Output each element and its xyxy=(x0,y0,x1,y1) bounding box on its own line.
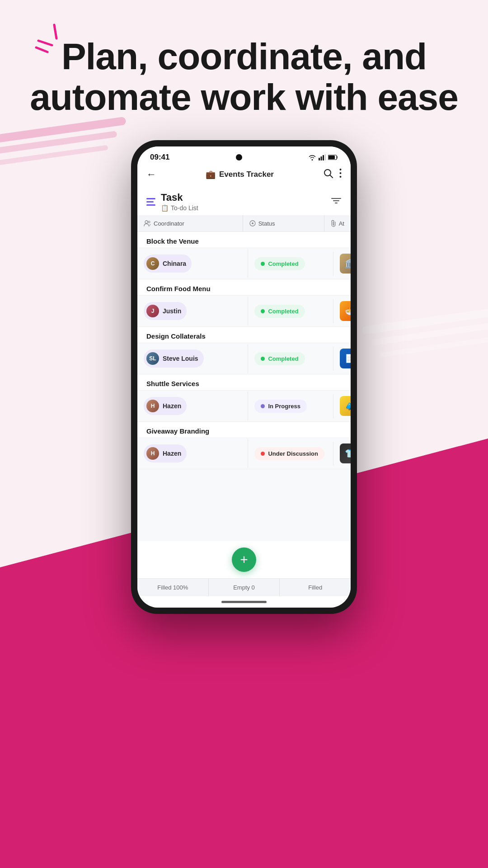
table-row[interactable]: C Chinara Completed xyxy=(137,248,351,279)
svg-point-20 xyxy=(252,222,253,224)
status-badge-5: Under Discussion xyxy=(254,447,324,460)
task-subtitle: 📋 To-do List xyxy=(161,204,198,212)
coordinator-cell-3: SL Steve Louis xyxy=(137,344,248,373)
task-subtitle-text: To-do List xyxy=(171,204,198,212)
task-group-name-5: Giveaway Branding xyxy=(137,422,351,438)
task-group-1: Block the Venue C Chinara xyxy=(137,232,351,279)
phone-mockup: 09:41 xyxy=(131,140,357,614)
camera-notch xyxy=(236,154,242,160)
task-list: Block the Venue C Chinara xyxy=(137,232,351,541)
footer-stat-text-2: Empty 0 xyxy=(233,584,255,591)
svg-line-10 xyxy=(330,175,333,178)
attach-icon xyxy=(331,220,336,227)
coordinator-name-1: Chinara xyxy=(163,260,186,267)
attach-cell-1: 🏛️ xyxy=(333,248,351,279)
avatar-3: SL xyxy=(146,352,159,365)
phone-frame: 09:41 xyxy=(131,140,357,614)
status-badge-4: In Progress xyxy=(254,400,307,413)
svg-rect-4 xyxy=(320,156,322,160)
coordinator-chip-1: C Chinara xyxy=(144,255,192,273)
status-text-4: In Progress xyxy=(268,403,300,410)
task-header: Task 📋 To-do List xyxy=(137,185,351,215)
nav-title-text: Events Tracker xyxy=(219,170,274,179)
task-group-name-3: Design Collaterals xyxy=(137,327,351,343)
status-badge-3: Completed xyxy=(254,352,305,365)
add-task-button[interactable]: + xyxy=(232,547,256,572)
footer-stats: Filled 100% Empty 0 Filled xyxy=(137,578,351,596)
search-button[interactable] xyxy=(323,168,333,181)
coordinator-cell-1: C Chinara xyxy=(137,249,248,278)
design-thumb: 📄 xyxy=(340,349,351,368)
attach-cell-4: 🧳 xyxy=(333,391,351,421)
coordinator-chip-5: H Hazen xyxy=(144,444,187,462)
list-icon: 📋 xyxy=(161,204,169,212)
nav-actions xyxy=(323,168,342,181)
table-row[interactable]: SL Steve Louis Completed xyxy=(137,343,351,374)
task-group-4: Shuttle Services H Hazen xyxy=(137,374,351,422)
table-row[interactable]: J Justin Completed xyxy=(137,295,351,326)
attachment-4: 🧳 xyxy=(340,396,351,416)
more-options-button[interactable] xyxy=(339,168,342,181)
svg-rect-5 xyxy=(323,155,324,160)
attachment-1: 🏛️ xyxy=(340,254,351,274)
task-title-group: Task 📋 To-do List xyxy=(161,192,198,212)
status-dot-3 xyxy=(261,357,265,361)
status-col-header: Status xyxy=(243,215,324,231)
coordinator-col-label: Coordinator xyxy=(154,220,184,227)
shirt-thumb: 👕 xyxy=(340,443,351,463)
avatar-1: C xyxy=(146,257,159,270)
attach-cell-2: 🍜 xyxy=(333,296,351,326)
svg-rect-8 xyxy=(328,156,335,159)
shuttle-thumb: 🧳 xyxy=(340,396,351,416)
task-group-5: Giveaway Branding H Hazen xyxy=(137,422,351,469)
task-group-name-4: Shuttle Services xyxy=(137,374,351,390)
fab-container: + xyxy=(137,541,351,578)
nav-title: 💼 Events Tracker xyxy=(206,170,274,179)
status-icons xyxy=(308,154,338,160)
status-badge-2: Completed xyxy=(254,305,305,318)
status-dot-2 xyxy=(261,309,265,313)
status-badge-1: Completed xyxy=(254,257,305,270)
coordinator-cell-2: J Justin xyxy=(137,297,248,326)
status-dot-5 xyxy=(261,452,265,456)
svg-rect-3 xyxy=(319,158,320,160)
back-button[interactable]: ← xyxy=(146,169,156,180)
task-group-3: Design Collaterals SL Steve Louis xyxy=(137,327,351,374)
attach-col-header: At xyxy=(324,215,351,231)
phone-screen: 09:41 xyxy=(137,146,351,608)
avatar-4: H xyxy=(146,400,159,412)
status-dot-1 xyxy=(261,262,265,266)
svg-rect-6 xyxy=(324,154,326,160)
status-text-3: Completed xyxy=(268,355,298,362)
status-text-1: Completed xyxy=(268,260,298,267)
table-row[interactable]: H Hazen Under Discussion xyxy=(137,438,351,469)
coordinator-chip-3: SL Steve Louis xyxy=(144,349,204,368)
table-row[interactable]: H Hazen In Progress xyxy=(137,390,351,421)
signal-icon xyxy=(319,154,326,160)
attachment-2: 🍜 xyxy=(340,301,351,321)
battery-icon xyxy=(328,155,338,160)
filter-button[interactable] xyxy=(331,196,342,208)
wifi-icon xyxy=(308,154,316,160)
task-header-left: Task 📋 To-do List xyxy=(146,192,198,212)
coordinator-name-4: Hazen xyxy=(163,402,181,410)
coordinator-name-2: Justin xyxy=(163,307,181,315)
top-nav: ← 💼 Events Tracker xyxy=(137,165,351,185)
coordinator-col-header: Coordinator xyxy=(137,215,243,231)
task-group-name-1: Block the Venue xyxy=(137,232,351,248)
avatar-2: J xyxy=(146,305,159,317)
footer-stat-1: Filled 100% xyxy=(137,579,209,596)
svg-point-13 xyxy=(340,176,342,178)
status-text-5: Under Discussion xyxy=(268,450,318,457)
hero-title: Plan, coordinate, and automate work with… xyxy=(27,36,461,118)
svg-point-11 xyxy=(340,169,342,170)
svg-point-12 xyxy=(340,172,342,174)
task-group-name-2: Confirm Food Menu xyxy=(137,279,351,295)
attach-col-label: At xyxy=(339,220,344,227)
footer-stat-text-1: Filled 100% xyxy=(157,584,188,591)
task-title: Task xyxy=(161,192,198,203)
status-dot-4 xyxy=(261,404,265,408)
column-headers: Coordinator Status At xyxy=(137,215,351,232)
menu-icon[interactable] xyxy=(146,198,155,206)
home-indicator xyxy=(137,596,351,608)
